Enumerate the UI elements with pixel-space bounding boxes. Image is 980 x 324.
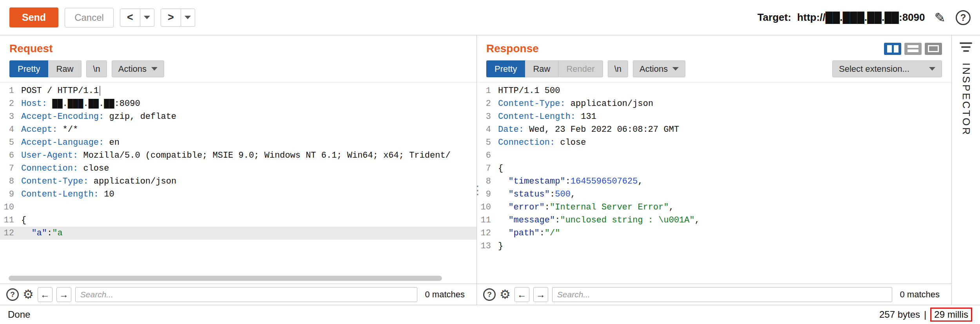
line-number: 1 — [0, 84, 21, 97]
search-help-icon[interactable]: ? — [6, 288, 19, 301]
code-line[interactable]: 7Connection: close — [0, 162, 476, 175]
response-search-bar: ? ⚙ ← → 0 matches — [477, 284, 951, 305]
chevron-down-icon — [151, 67, 158, 71]
tab-request-raw[interactable]: Raw — [48, 60, 82, 77]
send-button[interactable]: Send — [9, 7, 58, 27]
code-line[interactable]: 4Accept: */* — [0, 123, 476, 136]
forward-button[interactable]: > — [161, 9, 181, 27]
line-number: 2 — [477, 97, 498, 110]
line-number: 10 — [477, 201, 498, 214]
request-tab-row: Pretty Raw \n Actions — [0, 57, 476, 82]
code-line[interactable]: 6User-Agent: Mozilla/5.0 (compatible; MS… — [0, 149, 476, 162]
code-line[interactable]: 3Content-Length: 131 — [477, 110, 951, 123]
response-code-viewer[interactable]: 1HTTP/1.1 5002Content-Type: application/… — [477, 82, 951, 284]
help-icon[interactable]: ? — [956, 10, 971, 25]
tab-request-pretty[interactable]: Pretty — [9, 60, 48, 77]
layout-rows-button[interactable] — [904, 43, 922, 55]
response-panel: Response Pretty Raw Render \n Actions — [477, 35, 952, 305]
code-line[interactable]: 9 "status":500, — [477, 188, 951, 201]
code-line[interactable]: 13} — [477, 240, 951, 253]
tab-response-render: Render — [558, 60, 603, 77]
scrollbar-thumb[interactable] — [9, 276, 442, 281]
repeater-window: Send Cancel < > Target: http://██.███.██… — [0, 0, 980, 324]
request-horizontal-scrollbar[interactable] — [9, 276, 455, 281]
response-time-highlighted: 29 millis — [930, 308, 972, 322]
inspector-sidebar[interactable]: INSPECTOR — [952, 35, 980, 305]
line-number: 8 — [0, 175, 21, 188]
line-number: 6 — [0, 149, 21, 162]
code-line[interactable]: 5Accept-Language: en — [0, 136, 476, 149]
code-line[interactable]: 6 — [477, 149, 951, 162]
search-next-button[interactable]: → — [533, 287, 548, 302]
line-number: 12 — [477, 227, 498, 240]
code-line[interactable]: 5Connection: close — [477, 136, 951, 149]
request-view-tabs: Pretty Raw — [9, 60, 82, 77]
back-button[interactable]: < — [120, 9, 140, 27]
search-help-icon[interactable]: ? — [483, 288, 496, 301]
target-display: Target: http://██.███.██.██:8090 — [757, 11, 925, 24]
panel-splitter-handle[interactable]: ⋮ — [472, 184, 484, 196]
line-number: 7 — [477, 162, 498, 175]
response-search-input[interactable] — [552, 287, 892, 302]
line-number: 6 — [477, 149, 498, 162]
chevron-down-icon — [185, 16, 191, 19]
request-title: Request — [9, 42, 53, 55]
line-number: 1 — [477, 84, 498, 97]
code-line[interactable]: 11 "message":"unclosed string : \u001A", — [477, 214, 951, 227]
layout-single-button[interactable] — [925, 43, 942, 55]
status-text: Done — [8, 309, 30, 320]
response-actions-menu[interactable]: Actions — [633, 60, 685, 77]
search-settings-gear-icon[interactable]: ⚙ — [500, 288, 511, 300]
code-line[interactable]: 8Content-Type: application/json — [0, 175, 476, 188]
back-dropdown-button[interactable] — [140, 9, 154, 27]
edit-target-icon[interactable]: ✎ — [935, 10, 946, 25]
line-number: 5 — [0, 136, 21, 149]
code-line[interactable]: 2Host: ██.███.██.██:8090 — [0, 97, 476, 110]
tab-response-pretty[interactable]: Pretty — [486, 60, 525, 77]
request-search-input[interactable] — [75, 287, 417, 302]
request-search-matches: 0 matches — [425, 289, 465, 300]
code-line[interactable]: 10 — [0, 201, 476, 214]
menu-filter-icon[interactable] — [960, 42, 972, 52]
search-prev-button[interactable]: ← — [38, 287, 53, 302]
select-extension-dropdown[interactable]: Select extension... — [832, 60, 942, 77]
code-line[interactable]: 12 "a":"a — [0, 227, 476, 240]
history-back-group: < — [120, 9, 154, 27]
tab-response-raw[interactable]: Raw — [525, 60, 558, 77]
response-newline-toggle[interactable]: \n — [608, 60, 628, 77]
request-code-editor[interactable]: 1POST / HTTP/1.12Host: ██.███.██.██:8090… — [0, 82, 476, 284]
request-panel: Request Pretty Raw \n Actions 1POST / HT… — [0, 35, 477, 305]
code-line[interactable]: 10 "error":"Internal Server Error", — [477, 201, 951, 214]
request-actions-menu[interactable]: Actions — [112, 60, 164, 77]
metrics-separator: | — [924, 309, 926, 320]
search-settings-gear-icon[interactable]: ⚙ — [23, 288, 34, 300]
code-line[interactable]: 8 "timestamp":1645596507625, — [477, 175, 951, 188]
search-prev-button[interactable]: ← — [514, 287, 529, 302]
code-line[interactable]: 2Content-Type: application/json — [477, 97, 951, 110]
layout-columns-button[interactable] — [884, 43, 901, 55]
line-number: 10 — [0, 201, 21, 214]
chevron-down-icon — [144, 16, 150, 19]
code-line[interactable]: 4Date: Wed, 23 Feb 2022 06:08:27 GMT — [477, 123, 951, 136]
request-newline-toggle[interactable]: \n — [86, 60, 107, 77]
code-line[interactable]: 1POST / HTTP/1.1 — [0, 84, 476, 97]
code-line[interactable]: 1HTTP/1.1 500 — [477, 84, 951, 97]
inspector-tab-label[interactable]: INSPECTOR — [960, 63, 972, 136]
code-line[interactable]: 12 "path":"/" — [477, 227, 951, 240]
forward-dropdown-button[interactable] — [181, 9, 195, 27]
line-number: 4 — [0, 123, 21, 136]
code-line[interactable]: 7{ — [477, 162, 951, 175]
response-search-matches: 0 matches — [900, 289, 940, 300]
chevron-down-icon — [672, 67, 679, 71]
search-next-button[interactable]: → — [56, 287, 71, 302]
response-tab-row: Pretty Raw Render \n Actions Select exte… — [477, 57, 951, 82]
line-number: 11 — [477, 214, 498, 227]
line-number: 13 — [477, 240, 498, 253]
request-search-bar: ? ⚙ ← → 0 matches — [0, 284, 476, 305]
line-number: 3 — [477, 110, 498, 123]
cancel-button[interactable]: Cancel — [65, 8, 114, 27]
code-line[interactable]: 9Content-Length: 10 — [0, 188, 476, 201]
response-size: 257 bytes — [879, 309, 920, 320]
code-line[interactable]: 3Accept-Encoding: gzip, deflate — [0, 110, 476, 123]
code-line[interactable]: 11{ — [0, 214, 476, 227]
